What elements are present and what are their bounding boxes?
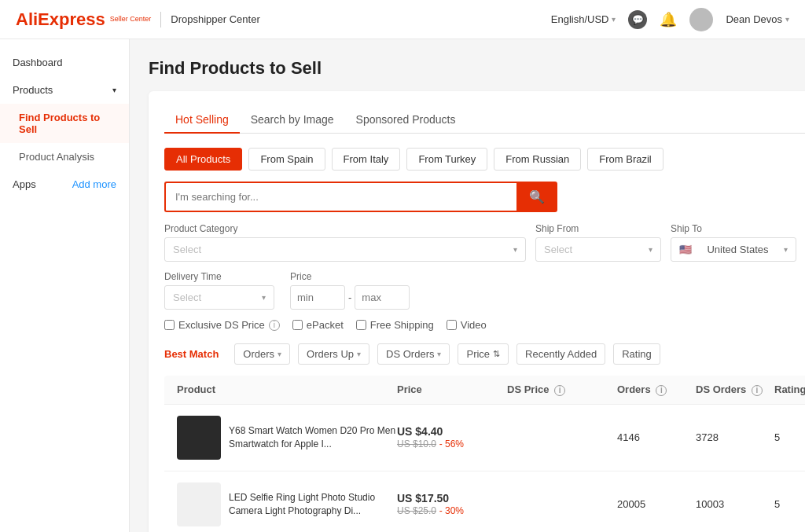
ship-to-group: Ship To 🇺🇸 United States ▾ — [671, 223, 796, 262]
product-thumbnail — [177, 416, 221, 460]
chevron-down-icon: ▾ — [784, 245, 788, 254]
chevron-down-icon: ▾ — [612, 15, 616, 24]
delivery-time-group: Delivery Time Select ▾ — [164, 271, 274, 310]
price-label: Price — [290, 271, 410, 282]
tab-search-by-image[interactable]: Search by Image — [240, 107, 345, 134]
filter-from-turkey[interactable]: From Turkey — [406, 148, 487, 171]
chevron-down-icon: ▾ — [278, 350, 281, 358]
price-dash: - — [348, 292, 351, 303]
price-original: US $25.0 — [397, 505, 436, 516]
price-cell: US $4.40 US $10.0 - 56% — [397, 425, 507, 449]
ds-orders-cell: 10003 — [696, 498, 774, 510]
price-discount: - 56% — [439, 438, 464, 449]
sort-orders-up[interactable]: Orders Up ▾ — [298, 343, 369, 365]
col-product: Product — [177, 383, 397, 396]
ship-from-group: Ship From Select ▾ — [535, 223, 661, 262]
chevron-down-icon: ▾ — [112, 86, 116, 94]
chevron-down-icon: ▾ — [357, 350, 361, 358]
price-discount: - 30% — [439, 505, 464, 516]
language-selector[interactable]: English/USD ▾ — [551, 13, 616, 25]
product-cell: LED Selfie Ring Light Photo Studio Camer… — [177, 482, 397, 526]
sidebar: Dashboard Products ▾ Find Products to Se… — [0, 39, 130, 532]
search-row: 🔍 — [164, 182, 557, 212]
selects-row-1: Product Category Select ▾ Ship From Sele… — [164, 223, 805, 262]
logo-text: AliExpress — [16, 9, 105, 30]
notification-icon[interactable]: 🔔 — [660, 11, 677, 28]
rating-cell: 5 — [774, 431, 805, 443]
logo[interactable]: AliExpress Seller Center — [16, 9, 151, 30]
sort-recently-added[interactable]: Recently Added — [516, 343, 605, 365]
header-right: English/USD ▾ 💬 🔔 Dean Devos ▾ — [551, 8, 789, 31]
price-group: Price - — [290, 271, 410, 310]
filter-from-spain[interactable]: From Spain — [248, 148, 325, 171]
user-name[interactable]: Dean Devos ▾ — [726, 13, 789, 25]
price-max-input[interactable] — [355, 285, 410, 310]
delivery-price-row: Delivery Time Select ▾ Price - — [164, 271, 805, 310]
us-flag-icon: 🇺🇸 — [679, 244, 692, 255]
price-inputs: - — [290, 285, 410, 310]
filter-from-brazil[interactable]: From Brazil — [587, 148, 663, 171]
delivery-time-select[interactable]: Select ▾ — [164, 285, 274, 310]
sort-icon: ⇅ — [493, 349, 500, 359]
filter-from-italy[interactable]: From Italy — [332, 148, 401, 171]
col-rating: Rating — [774, 383, 805, 396]
info-icon[interactable]: i — [269, 320, 280, 331]
table-header: Product Price DS Price i Orders i DS Ord… — [164, 376, 805, 405]
filter-from-russian[interactable]: From Russian — [494, 148, 581, 171]
sidebar-item-find-products[interactable]: Find Products to Sell — [0, 104, 129, 143]
header-left: AliExpress Seller Center Dropshipper Cen… — [16, 9, 260, 30]
products-table: Product Price DS Price i Orders i DS Ord… — [164, 376, 805, 532]
sidebar-item-product-analysis[interactable]: Product Analysis — [0, 143, 129, 171]
info-icon[interactable]: i — [554, 385, 565, 396]
chevron-down-icon: ▾ — [262, 293, 266, 302]
price-main: US $17.50 — [397, 492, 507, 504]
content-card: Hot Selling Search by Image Sponsored Pr… — [149, 91, 805, 532]
orders-cell: 20005 — [617, 498, 696, 510]
add-more-link[interactable]: Add more — [72, 178, 116, 190]
sort-rating[interactable]: Rating — [613, 343, 660, 365]
product-category-label: Product Category — [164, 223, 526, 234]
info-icon[interactable]: i — [752, 385, 763, 396]
main-content: Find Products to Sell Hot Selling Search… — [130, 39, 805, 532]
chat-icon[interactable]: 💬 — [628, 10, 647, 29]
checkbox-exclusive-ds-price[interactable]: Exclusive DS Price i — [164, 319, 280, 331]
checkbox-free-shipping[interactable]: Free Shipping — [356, 319, 434, 331]
tab-hot-selling[interactable]: Hot Selling — [164, 107, 240, 134]
info-icon[interactable]: i — [656, 385, 667, 396]
delivery-time-label: Delivery Time — [164, 271, 274, 282]
product-category-select[interactable]: Select ▾ — [164, 237, 526, 262]
table-row: LED Selfie Ring Light Photo Studio Camer… — [164, 471, 805, 533]
chevron-down-icon: ▾ — [785, 15, 789, 24]
ship-from-label: Ship From — [535, 223, 661, 234]
rating-cell: 5 — [774, 498, 805, 510]
checkbox-video[interactable]: Video — [447, 319, 487, 331]
product-cell: Y68 Smart Watch Women D20 Pro Men Smartw… — [177, 416, 397, 460]
ship-to-select[interactable]: 🇺🇸 United States ▾ — [671, 237, 796, 262]
price-cell: US $17.50 US $25.0 - 30% — [397, 492, 507, 516]
sort-orders[interactable]: Orders ▾ — [234, 343, 290, 365]
sidebar-item-products[interactable]: Products ▾ — [0, 76, 129, 104]
price-min-input[interactable] — [290, 285, 345, 310]
sidebar-apps-section: Apps Add more — [0, 171, 129, 198]
ship-to-label: Ship To — [671, 223, 796, 234]
sort-ds-orders[interactable]: DS Orders ▾ — [377, 343, 450, 365]
sidebar-item-dashboard[interactable]: Dashboard — [0, 49, 129, 76]
price-main: US $4.40 — [397, 425, 507, 438]
chevron-down-icon: ▾ — [649, 245, 652, 254]
product-name: LED Selfie Ring Light Photo Studio Camer… — [229, 491, 397, 518]
col-price: Price — [397, 383, 507, 396]
ship-from-select[interactable]: Select ▾ — [535, 237, 661, 262]
seller-center-label: Seller Center — [110, 16, 152, 23]
product-category-group: Product Category Select ▾ — [164, 223, 526, 262]
table-row: Y68 Smart Watch Women D20 Pro Men Smartw… — [164, 405, 805, 471]
filter-all-products[interactable]: All Products — [164, 148, 242, 171]
search-button[interactable]: 🔍 — [516, 182, 557, 212]
ds-orders-cell: 3728 — [696, 431, 774, 443]
sort-price[interactable]: Price ⇅ — [458, 343, 509, 365]
sort-best-match[interactable]: Best Match — [164, 344, 226, 364]
tab-sponsored-products[interactable]: Sponsored Products — [345, 107, 467, 134]
search-input[interactable] — [164, 182, 516, 212]
checkbox-epacket[interactable]: ePacket — [292, 319, 344, 331]
filter-buttons: All Products From Spain From Italy From … — [164, 148, 805, 171]
price-original: US $10.0 — [397, 438, 436, 449]
